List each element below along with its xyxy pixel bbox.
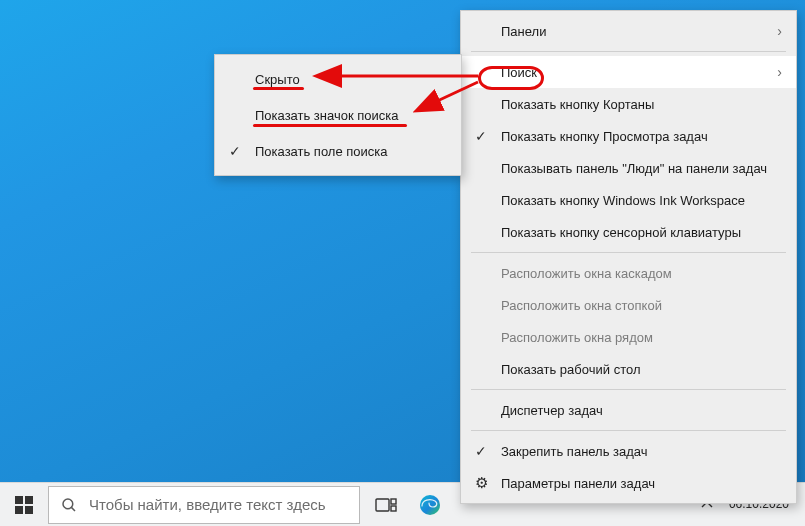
menu-item-touch-keyboard[interactable]: Показать кнопку сенсорной клавиатуры: [461, 216, 796, 248]
search-icon: [49, 496, 89, 514]
menu-label: Параметры панели задач: [501, 476, 655, 491]
menu-label: Поиск: [501, 65, 537, 80]
svg-rect-4: [391, 506, 396, 511]
submenu-item-show-icon[interactable]: Показать значок поиска: [215, 97, 461, 133]
menu-item-show-desktop[interactable]: Показать рабочий стол: [461, 353, 796, 385]
menu-item-panels[interactable]: Панели ›: [461, 15, 796, 47]
menu-separator: [471, 430, 786, 431]
menu-label: Показать кнопку сенсорной клавиатуры: [501, 225, 741, 240]
menu-label: Скрыто: [255, 72, 300, 87]
menu-item-task-manager[interactable]: Диспетчер задач: [461, 394, 796, 426]
menu-separator: [471, 252, 786, 253]
menu-label: Показать значок поиска: [255, 108, 399, 123]
taskbar-context-menu: Панели › Поиск › Показать кнопку Кортаны…: [460, 10, 797, 504]
menu-item-search[interactable]: Поиск ›: [461, 56, 796, 88]
svg-rect-2: [376, 499, 389, 511]
menu-item-stack-windows[interactable]: Расположить окна стопкой: [461, 289, 796, 321]
menu-separator: [471, 51, 786, 52]
menu-label: Показать поле поиска: [255, 144, 388, 159]
menu-label: Панели: [501, 24, 546, 39]
menu-item-side-windows[interactable]: Расположить окна рядом: [461, 321, 796, 353]
check-icon: ✓: [229, 143, 241, 159]
svg-line-1: [71, 507, 75, 511]
chevron-right-icon: ›: [747, 23, 782, 39]
menu-label: Расположить окна рядом: [501, 330, 653, 345]
taskbar-search-box[interactable]: [48, 486, 360, 524]
start-button[interactable]: [0, 483, 48, 527]
menu-item-ink-workspace[interactable]: Показать кнопку Windows Ink Workspace: [461, 184, 796, 216]
menu-item-people-panel[interactable]: Показывать панель "Люди" на панели задач: [461, 152, 796, 184]
menu-item-lock-taskbar[interactable]: ✓ Закрепить панель задач: [461, 435, 796, 467]
check-icon: ✓: [475, 443, 487, 459]
menu-label: Расположить окна каскадом: [501, 266, 672, 281]
search-input[interactable]: [89, 496, 359, 513]
menu-label: Показать кнопку Просмотра задач: [501, 129, 708, 144]
menu-label: Показывать панель "Люди" на панели задач: [501, 161, 767, 176]
search-submenu: Скрыто Показать значок поиска ✓ Показать…: [214, 54, 462, 176]
svg-rect-3: [391, 499, 396, 504]
edge-icon: [418, 493, 442, 517]
windows-logo-icon: [15, 496, 33, 514]
chevron-right-icon: ›: [747, 64, 782, 80]
menu-label: Диспетчер задач: [501, 403, 603, 418]
menu-separator: [471, 389, 786, 390]
check-icon: ✓: [475, 128, 487, 144]
menu-item-cascade-windows[interactable]: Расположить окна каскадом: [461, 257, 796, 289]
submenu-item-hidden[interactable]: Скрыто: [215, 61, 461, 97]
menu-label: Показать кнопку Кортаны: [501, 97, 654, 112]
menu-label: Показать рабочий стол: [501, 362, 640, 377]
menu-label: Закрепить панель задач: [501, 444, 648, 459]
edge-browser-button[interactable]: [408, 483, 452, 527]
task-view-button[interactable]: [364, 483, 408, 527]
svg-point-0: [63, 499, 73, 509]
menu-label: Показать кнопку Windows Ink Workspace: [501, 193, 745, 208]
task-view-icon: [375, 496, 397, 514]
menu-item-taskbar-settings[interactable]: ⚙ Параметры панели задач: [461, 467, 796, 499]
menu-item-cortana-button[interactable]: Показать кнопку Кортаны: [461, 88, 796, 120]
gear-icon: ⚙: [475, 474, 488, 492]
menu-item-task-view-button[interactable]: ✓ Показать кнопку Просмотра задач: [461, 120, 796, 152]
menu-label: Расположить окна стопкой: [501, 298, 662, 313]
submenu-item-show-box[interactable]: ✓ Показать поле поиска: [215, 133, 461, 169]
